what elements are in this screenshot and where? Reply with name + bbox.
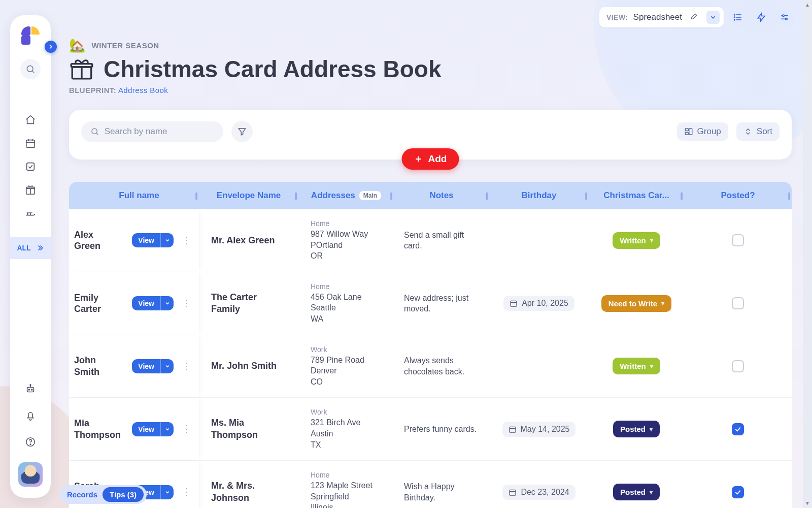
birthday-chip[interactable]: Dec 23, 2024 xyxy=(502,485,575,500)
col-full-name[interactable]: Full name|| xyxy=(69,182,199,209)
row-menu-button[interactable]: ⋮ xyxy=(179,489,194,495)
posted-checkbox[interactable] xyxy=(732,360,744,372)
cell-posted[interactable] xyxy=(684,335,792,398)
scroll-down-icon[interactable]: ▼ xyxy=(805,498,810,508)
cell-birthday[interactable] xyxy=(489,209,589,272)
sidebar-gift-icon[interactable] xyxy=(20,180,41,200)
cell-address[interactable]: Home456 Oak LaneSeattleWA xyxy=(298,272,394,335)
chevron-down-icon[interactable] xyxy=(160,422,174,436)
search-input[interactable] xyxy=(105,126,214,137)
col-birthday[interactable]: Birthday|| xyxy=(489,182,589,209)
tips-tab[interactable]: Tips (3) xyxy=(103,487,144,502)
group-button[interactable]: Group xyxy=(677,122,728,141)
cell-status[interactable]: Posted▾ xyxy=(589,398,684,460)
sidebar-sled-icon[interactable] xyxy=(20,203,41,224)
cell-envelope[interactable]: Mr. Alex Green xyxy=(199,209,298,272)
cell-posted[interactable] xyxy=(684,272,792,335)
birthday-chip[interactable]: May 14, 2025 xyxy=(502,422,576,437)
column-resize-handle[interactable]: || xyxy=(585,192,587,200)
status-chip[interactable]: Written▾ xyxy=(613,358,660,374)
cell-posted[interactable] xyxy=(684,398,792,460)
cell-status[interactable]: Written▾ xyxy=(589,335,684,398)
col-notes[interactable]: Notes|| xyxy=(394,182,489,209)
cell-status[interactable]: Need to Write▾ xyxy=(589,272,684,335)
sidebar-calendar-icon[interactable] xyxy=(20,133,41,153)
records-tab[interactable]: Records xyxy=(67,490,97,499)
row-menu-button[interactable]: ⋮ xyxy=(179,426,194,432)
column-resize-handle[interactable]: || xyxy=(294,192,296,200)
cell-notes[interactable]: Prefers funny cards. xyxy=(394,398,489,460)
cell-envelope[interactable]: Mr. John Smith xyxy=(199,335,298,398)
sidebar-search-button[interactable] xyxy=(20,59,41,79)
view-record-button[interactable]: View xyxy=(132,359,174,373)
view-dropdown-icon[interactable] xyxy=(706,11,720,24)
scroll-up-icon[interactable]: ▲ xyxy=(805,0,810,10)
view-record-button[interactable]: View xyxy=(132,233,174,247)
cell-status[interactable]: Posted▾ xyxy=(589,461,684,508)
status-chip[interactable]: Need to Write▾ xyxy=(601,295,671,312)
automations-button[interactable] xyxy=(752,8,770,26)
sidebar-checkbox-icon[interactable] xyxy=(20,156,41,177)
cell-notes[interactable]: Wish a Happy Birthday. xyxy=(394,461,489,508)
chevron-down-icon[interactable] xyxy=(160,485,174,499)
birthday-chip[interactable]: Apr 10, 2025 xyxy=(503,296,574,311)
column-resize-handle[interactable]: || xyxy=(788,192,790,200)
col-posted[interactable]: Posted?|| xyxy=(684,182,792,209)
breadcrumb-season[interactable]: 🏡 WINTER SEASON xyxy=(69,38,792,53)
sidebar-robot-icon[interactable] xyxy=(20,379,41,399)
view-record-button[interactable]: View xyxy=(132,296,174,310)
status-chip[interactable]: Posted▾ xyxy=(613,421,660,437)
pencil-icon[interactable] xyxy=(687,10,701,24)
cell-posted[interactable] xyxy=(684,209,792,272)
column-resize-handle[interactable]: || xyxy=(485,192,487,200)
chevron-down-icon[interactable] xyxy=(160,296,174,310)
col-status[interactable]: Christmas Car...|| xyxy=(589,182,684,209)
sidebar-home-icon[interactable] xyxy=(20,110,41,130)
view-record-button[interactable]: View xyxy=(132,422,174,436)
add-button[interactable]: Add xyxy=(402,148,459,170)
view-switcher[interactable]: VIEW: Spreadsheet xyxy=(599,7,724,27)
cell-address[interactable]: Work321 Birch AveAustinTX xyxy=(298,398,394,460)
settings-sliders-button[interactable] xyxy=(775,8,794,26)
posted-checkbox[interactable] xyxy=(732,423,744,435)
posted-checkbox[interactable] xyxy=(732,486,744,498)
app-logo[interactable] xyxy=(21,26,40,45)
cell-status[interactable]: Written▾ xyxy=(589,209,684,272)
cell-notes[interactable]: Always sends chocolates back. xyxy=(394,335,489,398)
column-resize-handle[interactable]: || xyxy=(195,192,197,200)
status-chip[interactable]: Posted▾ xyxy=(613,484,660,500)
row-menu-button[interactable]: ⋮ xyxy=(179,364,194,369)
posted-checkbox[interactable] xyxy=(732,297,744,309)
cell-posted[interactable] xyxy=(684,461,792,508)
row-menu-button[interactable]: ⋮ xyxy=(179,301,194,306)
cell-birthday[interactable]: Dec 23, 2024 xyxy=(489,461,589,508)
sidebar-help-icon[interactable] xyxy=(20,432,41,452)
sidebar-all-button[interactable]: ALL xyxy=(10,237,51,259)
col-addresses[interactable]: AddressesMain|| xyxy=(298,182,394,209)
cell-address[interactable]: Home987 Willow WayPOrtlandOR xyxy=(298,209,394,272)
sidebar-expand-button[interactable] xyxy=(45,41,57,53)
column-resize-handle[interactable]: || xyxy=(390,192,392,200)
col-envelope[interactable]: Envelope Name|| xyxy=(199,182,298,209)
cell-birthday[interactable]: May 14, 2025 xyxy=(489,398,589,460)
filter-button[interactable] xyxy=(231,121,253,142)
sidebar-bell-icon[interactable] xyxy=(20,405,41,426)
sort-button[interactable]: Sort xyxy=(736,122,780,141)
status-chip[interactable]: Written▾ xyxy=(613,232,660,249)
search-field[interactable] xyxy=(81,121,223,142)
cell-notes[interactable]: New address; just moved. xyxy=(394,272,489,335)
row-menu-button[interactable]: ⋮ xyxy=(179,238,194,243)
cell-notes[interactable]: Send a small gift card. xyxy=(394,209,489,272)
cell-envelope[interactable]: Ms. MiaThompson xyxy=(199,398,298,460)
cell-birthday[interactable] xyxy=(489,335,589,398)
column-resize-handle[interactable]: || xyxy=(680,192,682,200)
cell-envelope[interactable]: The CarterFamily xyxy=(199,272,298,335)
cell-address[interactable]: Home123 Maple StreetSpringfieldIllinois xyxy=(298,461,394,508)
chevron-down-icon[interactable] xyxy=(160,359,174,373)
cell-envelope[interactable]: Mr. & Mrs.Johnson xyxy=(199,461,298,508)
chevron-down-icon[interactable] xyxy=(160,233,174,247)
blueprint-link[interactable]: Address Book xyxy=(118,86,168,94)
cell-birthday[interactable]: Apr 10, 2025 xyxy=(489,272,589,335)
sidebar-avatar[interactable] xyxy=(18,462,43,487)
page-scrollbar[interactable]: ▲ ▼ xyxy=(803,0,812,508)
